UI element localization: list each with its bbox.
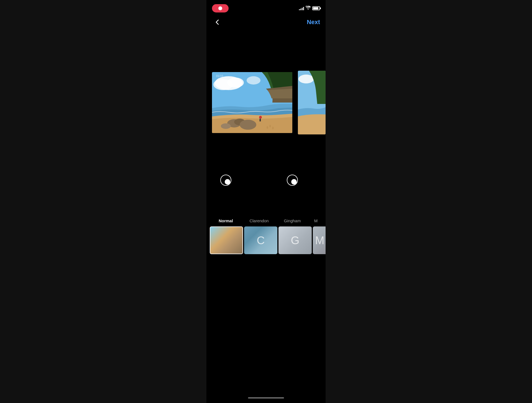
nav-header: Next xyxy=(206,14,326,30)
spacer xyxy=(206,191,326,213)
filter-labels: Normal Clarendon Gingham M xyxy=(206,216,326,225)
filter-thumb-gingham[interactable]: G xyxy=(278,226,312,254)
battery-fill xyxy=(313,7,318,9)
svg-point-7 xyxy=(240,120,256,130)
svg-point-4 xyxy=(247,76,260,85)
second-photo[interactable] xyxy=(298,71,326,134)
signal-bar-4 xyxy=(303,7,304,10)
filter-thumb-clarendon[interactable]: C xyxy=(244,226,277,254)
status-bar xyxy=(206,0,326,14)
svg-point-15 xyxy=(298,75,314,83)
svg-point-12 xyxy=(272,127,274,129)
svg-text:01/10: 01/10 xyxy=(216,75,223,78)
svg-point-8 xyxy=(221,123,231,129)
bottom-black-area xyxy=(206,257,326,395)
signal-bar-2 xyxy=(300,9,301,10)
toggle-inner-1 xyxy=(225,179,230,185)
battery-icon xyxy=(312,6,320,10)
toggle-inner-2 xyxy=(291,179,297,185)
signal-bar-1 xyxy=(299,9,300,10)
photo-area: 01/10 xyxy=(206,36,326,169)
filter-label-clarendon[interactable]: Clarendon xyxy=(242,216,276,225)
toggle-area xyxy=(206,169,326,191)
home-indicator xyxy=(206,395,326,403)
filter-toggle-2[interactable] xyxy=(287,175,298,186)
signal-bar-3 xyxy=(302,8,303,10)
home-bar xyxy=(248,397,284,399)
recording-dot xyxy=(218,6,222,10)
main-photo[interactable]: 01/10 xyxy=(212,72,292,133)
filter-bar: Normal Clarendon Gingham M C G xyxy=(206,213,326,257)
filter-thumb-normal-inner xyxy=(210,227,242,254)
svg-point-3 xyxy=(227,78,244,88)
filter-thumb-clarendon-inner: C xyxy=(244,226,277,254)
second-photo-svg xyxy=(298,71,326,134)
beach-svg: 01/10 xyxy=(212,72,292,133)
filter-thumb-normal[interactable] xyxy=(210,226,243,254)
filter-toggle-1[interactable] xyxy=(220,175,231,186)
filter-thumb-moon[interactable]: M xyxy=(313,226,326,254)
signal-bars xyxy=(299,6,304,10)
svg-point-9 xyxy=(259,116,262,119)
filter-thumb-gingham-inner: G xyxy=(278,226,312,254)
phone-container: Next xyxy=(206,0,326,403)
filter-thumbnails: C G M xyxy=(206,226,326,254)
recording-indicator xyxy=(212,4,229,12)
main-content: 01/10 xyxy=(206,30,326,403)
back-button[interactable] xyxy=(212,17,223,28)
svg-point-11 xyxy=(269,125,271,127)
filter-label-gingham[interactable]: Gingham xyxy=(276,216,309,225)
svg-point-10 xyxy=(267,126,268,129)
filter-label-moon[interactable]: M xyxy=(309,216,323,225)
next-button[interactable]: Next xyxy=(307,19,320,26)
wifi-icon xyxy=(306,6,311,11)
status-icons xyxy=(299,6,320,11)
filter-label-normal[interactable]: Normal xyxy=(209,216,242,225)
outer-container: Next xyxy=(0,0,532,403)
filter-thumb-moon-inner: M xyxy=(313,226,326,254)
